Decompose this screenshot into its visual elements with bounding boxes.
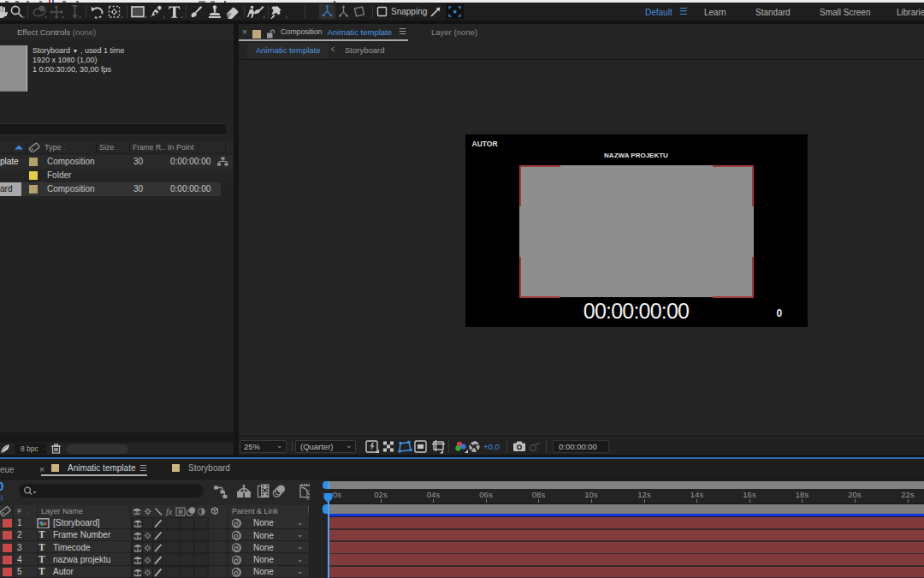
svg-text:fx: fx xyxy=(166,507,173,516)
